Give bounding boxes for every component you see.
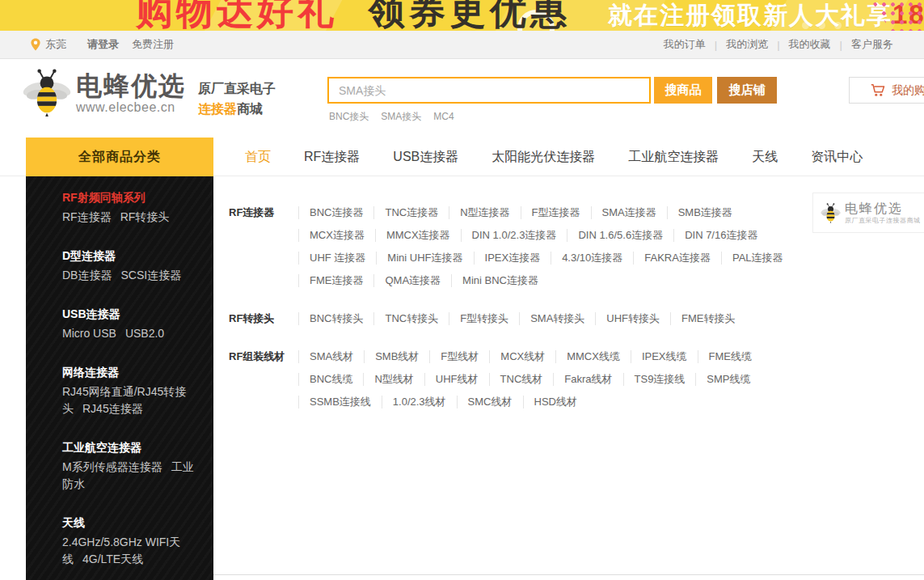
sidebar-category-title[interactable]: USB连接器: [62, 306, 199, 322]
category-link[interactable]: N型连接器: [449, 206, 520, 219]
sidebar-category-title[interactable]: 天线: [62, 514, 199, 531]
category-link[interactable]: MMCX连接器: [375, 229, 461, 242]
category-link[interactable]: Mini BNC连接器: [451, 274, 549, 287]
sidebar-category-title[interactable]: 工业航空连接器: [62, 439, 199, 455]
category-link[interactable]: UHF 连接器: [298, 252, 376, 265]
utility-link[interactable]: 我的浏览: [726, 37, 768, 52]
category-link[interactable]: SMA连接器: [591, 206, 667, 219]
category-link[interactable]: IPEX连接器: [474, 252, 551, 265]
category-link[interactable]: FAKRA连接器: [633, 252, 721, 265]
hot-keyword-link[interactable]: BNC接头: [329, 111, 369, 122]
sidebar-sub-link[interactable]: DB连接器: [62, 269, 112, 282]
cart-label: 我的购物车: [892, 83, 924, 98]
sidebar-category-sublinks: Micro USBUSB2.0: [62, 325, 199, 342]
nav-item[interactable]: 首页: [245, 149, 271, 166]
category-link-group: RF连接器BNC连接器TNC连接器N型连接器F型连接器SMA连接器SMB连接器M…: [229, 201, 802, 292]
category-link[interactable]: IPEX线缆: [631, 350, 698, 363]
sidebar-category-title[interactable]: 网络连接器: [62, 364, 199, 380]
main-nav: 首页RF连接器USB连接器太阳能光伏连接器工业航空连接器天线资讯中心: [245, 138, 863, 176]
category-link[interactable]: FME线缆: [698, 350, 762, 363]
cart-button[interactable]: 我的购物车: [849, 77, 924, 104]
separator: |: [777, 39, 779, 51]
category-link[interactable]: F型转接头: [449, 312, 519, 325]
category-link[interactable]: F型线材: [429, 350, 489, 363]
category-link[interactable]: F型连接器: [521, 206, 591, 219]
nav-item[interactable]: 资讯中心: [811, 149, 863, 166]
sidebar-category-title[interactable]: RF射频同轴系列: [62, 189, 199, 205]
sidebar-sub-link[interactable]: SCSI连接器: [120, 269, 181, 282]
utility-link[interactable]: 我的订单: [664, 37, 706, 52]
side-card-subtitle: 原厂直采电子连接器商城: [845, 216, 921, 225]
sidebar-sub-link[interactable]: RF转接头: [120, 210, 170, 223]
category-link[interactable]: BNC连接器: [298, 206, 373, 219]
category-link[interactable]: MCX线材: [489, 350, 555, 363]
category-link[interactable]: MCX连接器: [298, 229, 375, 242]
utility-link[interactable]: 我的收藏: [789, 37, 831, 52]
category-group-label: RF组装线材: [229, 345, 298, 413]
utility-bar: 东莞 请登录 免费注册 我的订单|我的浏览|我的收藏|客户服务: [0, 31, 924, 59]
category-link[interactable]: DIN 1.0/2.3连接器: [461, 229, 567, 242]
nav-item[interactable]: USB连接器: [393, 149, 458, 166]
nav-item[interactable]: 天线: [752, 149, 778, 166]
category-link[interactable]: DIN 1.6/5.6连接器: [567, 229, 673, 242]
register-link[interactable]: 免费注册: [132, 37, 174, 52]
search-input[interactable]: [327, 77, 651, 104]
promo-banner[interactable]: 购物达好礼 领券更优惠 就在注册领取新人大礼享18元无门槛红包: [0, 0, 924, 31]
separator: |: [715, 39, 717, 51]
sidebar-sub-link[interactable]: M系列传感器连接器: [62, 460, 162, 473]
category-link[interactable]: N型线材: [363, 373, 424, 386]
nav-item[interactable]: 工业航空连接器: [628, 149, 719, 166]
category-link[interactable]: SMP线缆: [695, 373, 761, 386]
brand-side-card[interactable]: 电蜂优选 原厂直采电子连接器商城: [812, 193, 924, 233]
search-bar: 搜商品 搜店铺: [327, 77, 777, 104]
site-logo[interactable]: 电蜂优选 www.elecbee.cn: [23, 68, 186, 118]
category-link[interactable]: 4.3/10连接器: [551, 252, 633, 265]
category-link[interactable]: TS9连接线: [623, 373, 696, 386]
category-link[interactable]: MMCX线缆: [555, 350, 631, 363]
category-link[interactable]: TNC转接头: [373, 312, 449, 325]
category-link[interactable]: TNC连接器: [373, 206, 449, 219]
login-link[interactable]: 请登录: [87, 37, 119, 52]
category-link[interactable]: SMB连接器: [667, 206, 743, 219]
nav-item[interactable]: 太阳能光伏连接器: [492, 149, 595, 166]
category-link[interactable]: SSMB连接线: [298, 396, 382, 409]
category-link[interactable]: SMA转接头: [519, 312, 595, 325]
category-link[interactable]: 1.0/2.3线材: [382, 396, 457, 409]
sidebar-sub-link[interactable]: Micro USB: [62, 327, 116, 340]
search-products-button[interactable]: 搜商品: [654, 77, 712, 104]
hot-keyword-link[interactable]: MC4: [433, 111, 454, 122]
category-link[interactable]: Mini UHF连接器: [376, 252, 473, 265]
location-link[interactable]: 东莞: [45, 37, 66, 52]
sidebar-category-title[interactable]: D型连接器: [62, 248, 199, 264]
category-link[interactable]: FME转接头: [670, 312, 745, 325]
location-pin-icon: [31, 38, 40, 51]
category-link[interactable]: DIN 7/16连接器: [673, 229, 768, 242]
category-link[interactable]: UHF线材: [424, 373, 489, 386]
all-categories-button[interactable]: 全部商品分类: [26, 138, 213, 176]
category-link[interactable]: PAL连接器: [721, 252, 794, 265]
category-link[interactable]: Fakra线材: [553, 373, 622, 386]
sidebar-sub-link[interactable]: 4G/LTE天线: [82, 552, 143, 565]
category-link[interactable]: UHF转接头: [595, 312, 670, 325]
sidebar-sub-link[interactable]: RF连接器: [62, 210, 112, 223]
category-link-group: RF组装线材SMA线材SMB线材F型线材MCX线材MMCX线缆IPEX线缆FME…: [229, 345, 802, 413]
utility-link[interactable]: 客户服务: [851, 37, 893, 52]
nav-item[interactable]: RF连接器: [304, 149, 360, 166]
category-link[interactable]: SMC线材: [457, 396, 523, 409]
side-card-title: 电蜂优选: [845, 201, 921, 216]
category-link[interactable]: HSD线材: [523, 396, 588, 409]
category-link[interactable]: BNC转接头: [298, 312, 373, 325]
sidebar-category-sublinks: RJ45网络直通/RJ45转接头RJ45连接器: [62, 383, 199, 417]
category-link[interactable]: QMA连接器: [373, 274, 451, 287]
category-link[interactable]: BNC线缆: [298, 373, 363, 386]
category-link[interactable]: FME连接器: [298, 274, 373, 287]
site-header: 电蜂优选 www.elecbee.cn 原厂直采电子 连接器商城 搜商品 搜店铺…: [0, 59, 924, 138]
hot-keyword-link[interactable]: SMA接头: [381, 111, 421, 122]
category-link[interactable]: SMB线材: [364, 350, 429, 363]
category-link[interactable]: TNC线材: [489, 373, 554, 386]
search-shops-button[interactable]: 搜店铺: [717, 77, 777, 104]
sidebar-sub-link[interactable]: USB2.0: [125, 327, 164, 340]
sidebar-sub-link[interactable]: RJ45连接器: [82, 402, 143, 415]
sidebar-category-group: 天线2.4GHz/5.8GHz WIFI天线4G/LTE天线: [62, 514, 199, 568]
category-link[interactable]: SMA线材: [298, 350, 364, 363]
